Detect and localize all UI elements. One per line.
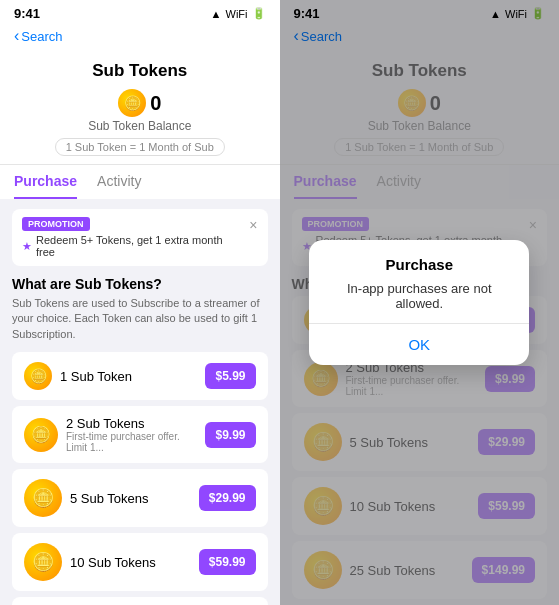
left-token-item-4: 🪙 10 Sub Tokens $59.99 <box>12 533 268 591</box>
modal-title: Purchase <box>309 240 529 277</box>
left-tabs-row: Purchase Activity <box>0 165 280 199</box>
battery-icon: 🔋 <box>252 7 266 20</box>
left-token-info-3: 5 Sub Tokens <box>70 491 191 506</box>
left-promo-left: PROMOTION ★ Redeem 5+ Tokens, get 1 extr… <box>22 217 243 258</box>
left-time: 9:41 <box>14 6 40 21</box>
left-coin-icon: 🪙 <box>118 89 146 117</box>
chevron-left-icon: ‹ <box>14 27 19 45</box>
left-price-btn-4[interactable]: $59.99 <box>199 549 256 575</box>
left-price-btn-2[interactable]: $9.99 <box>205 422 255 448</box>
left-token-list: 🪙 1 Sub Token $5.99 🪙 2 Sub Tokens First… <box>12 352 268 605</box>
left-token-info-2: 2 Sub Tokens First-time purchaser offer.… <box>66 416 197 453</box>
modal-overlay: Purchase In-app purchases are not allowe… <box>280 0 560 605</box>
wifi-icon: WiFi <box>226 8 248 20</box>
left-promo-close[interactable]: × <box>249 217 257 233</box>
left-token-coin-1: 🪙 <box>24 362 52 390</box>
left-token-name-3: 5 Sub Tokens <box>70 491 191 506</box>
left-price-btn-3[interactable]: $29.99 <box>199 485 256 511</box>
left-token-sub-2: First-time purchaser offer. Limit 1... <box>66 431 197 453</box>
left-token-item-2: 🪙 2 Sub Tokens First-time purchaser offe… <box>12 406 268 463</box>
left-status-icons: ▲ WiFi 🔋 <box>211 7 266 20</box>
left-promo-desc: Redeem 5+ Tokens, get 1 extra month free <box>36 234 243 258</box>
left-balance-num: 0 <box>150 92 161 115</box>
left-token-item-1: 🪙 1 Sub Token $5.99 <box>12 352 268 400</box>
modal-ok-button[interactable]: OK <box>309 324 529 365</box>
left-token-item-3: 🪙 5 Sub Tokens $29.99 <box>12 469 268 527</box>
left-token-coin-2: 🪙 <box>24 418 58 452</box>
left-star-icon: ★ <box>22 240 32 253</box>
left-token-name-4: 10 Sub Tokens <box>70 555 191 570</box>
left-token-info-4: 10 Sub Tokens <box>70 555 191 570</box>
purchase-dialog: Purchase In-app purchases are not allowe… <box>309 240 529 365</box>
left-status-bar: 9:41 ▲ WiFi 🔋 <box>0 0 280 23</box>
signal-icon: ▲ <box>211 8 222 20</box>
left-balance-row: 🪙 0 <box>0 89 280 117</box>
left-token-coin-3: 🪙 <box>24 479 62 517</box>
left-section-title: What are Sub Tokens? <box>12 276 268 292</box>
left-promo-text: ★ Redeem 5+ Tokens, get 1 extra month fr… <box>22 234 243 258</box>
left-price-btn-1[interactable]: $5.99 <box>205 363 255 389</box>
left-token-item-5: 🪙 25 Sub Tokens $149.99 <box>12 597 268 605</box>
right-screen: 9:41 ▲ WiFi 🔋 ‹ Search Sub Tokens 🪙 0 Su… <box>280 0 560 605</box>
left-content-area: PROMOTION ★ Redeem 5+ Tokens, get 1 extr… <box>0 199 280 605</box>
left-balance-label: Sub Token Balance <box>0 119 280 133</box>
left-section-desc: Sub Tokens are used to Subscribe to a st… <box>12 296 268 342</box>
left-token-name-2: 2 Sub Tokens <box>66 416 197 431</box>
left-token-rate: 1 Sub Token = 1 Month of Sub <box>55 138 225 156</box>
left-token-coin-4: 🪙 <box>24 543 62 581</box>
modal-body: In-app purchases are not allowed. <box>309 277 529 323</box>
left-token-name-1: 1 Sub Token <box>60 369 197 384</box>
left-nav-bar: ‹ Search <box>0 23 280 51</box>
left-back-label: Search <box>21 29 62 44</box>
left-promo-banner: PROMOTION ★ Redeem 5+ Tokens, get 1 extr… <box>12 209 268 266</box>
left-header: Sub Tokens 🪙 0 Sub Token Balance 1 Sub T… <box>0 51 280 165</box>
left-back-button[interactable]: ‹ Search <box>14 27 63 45</box>
left-promo-badge: PROMOTION <box>22 217 90 231</box>
left-page-title: Sub Tokens <box>0 61 280 81</box>
left-screen: 9:41 ▲ WiFi 🔋 ‹ Search Sub Tokens 🪙 0 Su… <box>0 0 280 605</box>
left-tab-activity[interactable]: Activity <box>97 165 141 199</box>
left-tab-purchase[interactable]: Purchase <box>14 165 77 199</box>
left-token-info-1: 1 Sub Token <box>60 369 197 384</box>
